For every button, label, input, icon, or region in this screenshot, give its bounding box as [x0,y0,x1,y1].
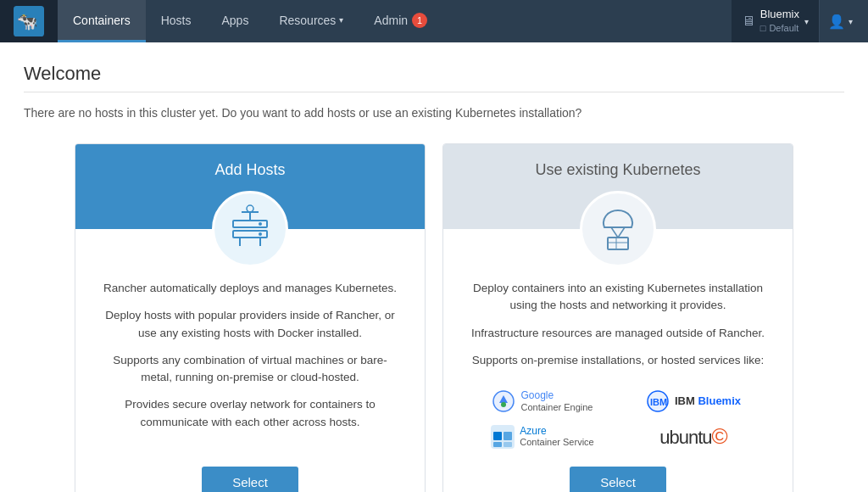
azure-icon [491,425,515,449]
svg-rect-21 [493,432,502,440]
nav-item-resources[interactable]: Resources ▾ [264,0,359,42]
env-name: Bluemix [760,8,799,22]
navbar: 🐄 Containers Hosts Apps Resources ▾ Admi… [0,0,868,42]
nav-items: Containers Hosts Apps Resources ▾ Admin … [58,0,732,42]
gce-logo: Google Container Engine [470,389,615,413]
add-hosts-card: Add Hosts [75,143,426,492]
logos-grid: Google Container Engine IBM [470,389,765,450]
add-hosts-card-header: Add Hosts [75,144,425,229]
cards-row: Add Hosts [24,143,844,492]
azure-text: Azure Container Service [520,425,593,449]
add-hosts-title: Add Hosts [214,161,285,179]
page-divider [24,92,844,92]
svg-rect-22 [504,432,512,440]
nav-item-containers[interactable]: Containers [58,0,146,42]
k8s-card-body: Deploy containers into an existing Kuber… [443,229,793,492]
ubuntu-text: ubuntu© [659,423,726,450]
env-info: Bluemix □ Default [760,8,799,34]
svg-text:🐄: 🐄 [17,11,38,31]
page-subtitle: There are no hosts in this cluster yet. … [24,106,844,120]
admin-badge: 1 [412,13,427,28]
k8s-icon [593,204,643,254]
ubuntu-logo: ubuntu© [621,423,765,450]
user-chevron-icon: ▾ [849,17,853,26]
svg-point-8 [259,222,262,226]
k8s-icon-circle [580,191,656,267]
ibm-icon: IBM [646,389,670,413]
chevron-down-icon: ▾ [339,15,343,25]
env-sub-icon: □ [760,22,766,34]
page-content: Welcome There are no hosts in this clust… [0,42,868,492]
add-hosts-desc1: Rancher automatically deploys and manage… [103,280,398,297]
gce-text: Google Container Engine [520,389,593,413]
ibm-text: IBM Bluemix [675,394,741,408]
svg-point-10 [247,205,253,212]
ubuntu-dot: © [712,423,727,449]
k8s-select-button[interactable]: Select [570,467,666,492]
nav-item-apps[interactable]: Apps [207,0,264,42]
k8s-card: Use existing Kubernetes [442,143,793,492]
env-switcher[interactable]: 🖥 Bluemix □ Default ▾ [732,0,819,42]
k8s-card-header: Use existing Kubernetes [443,144,793,229]
svg-line-12 [618,227,625,238]
svg-text:IBM: IBM [650,397,667,407]
env-icon: 🖥 [742,14,755,29]
add-hosts-icon [225,204,275,254]
svg-line-11 [611,227,618,238]
svg-point-9 [259,232,262,236]
add-hosts-desc2: Deploy hosts with popular providers insi… [103,307,398,342]
svg-rect-13 [608,238,628,249]
add-hosts-card-body: Rancher automatically deploys and manage… [75,229,425,492]
user-menu-button[interactable]: 👤 ▾ [819,0,861,42]
gce-icon [492,389,515,413]
env-sub: □ Default [760,22,799,34]
k8s-desc2: Infrastructure resources are managed out… [470,325,765,342]
svg-point-17 [501,402,506,407]
add-hosts-icon-circle [212,191,288,267]
svg-rect-23 [493,442,502,447]
add-hosts-select-button[interactable]: Select [202,467,298,492]
azure-logo: Azure Container Service [470,423,615,450]
page-title: Welcome [24,63,844,85]
k8s-title: Use existing Kubernetes [535,161,700,179]
user-icon: 👤 [828,14,845,30]
add-hosts-desc3: Supports any combination of virtual mach… [103,352,398,387]
nav-right: 🖥 Bluemix □ Default ▾ 👤 ▾ [732,0,868,42]
brand-logo[interactable]: 🐄 [0,0,58,42]
ibm-logo: IBM IBM Bluemix [621,389,765,413]
k8s-desc3: Supports on-premise installations, or ho… [470,352,765,369]
k8s-desc1: Deploy containers into an existing Kuber… [470,280,765,315]
nav-item-admin[interactable]: Admin 1 [359,0,442,42]
svg-rect-24 [504,442,512,447]
env-chevron-icon: ▾ [804,17,809,26]
nav-item-hosts[interactable]: Hosts [146,0,207,42]
add-hosts-desc4: Provides secure overlay network for cont… [103,396,398,431]
